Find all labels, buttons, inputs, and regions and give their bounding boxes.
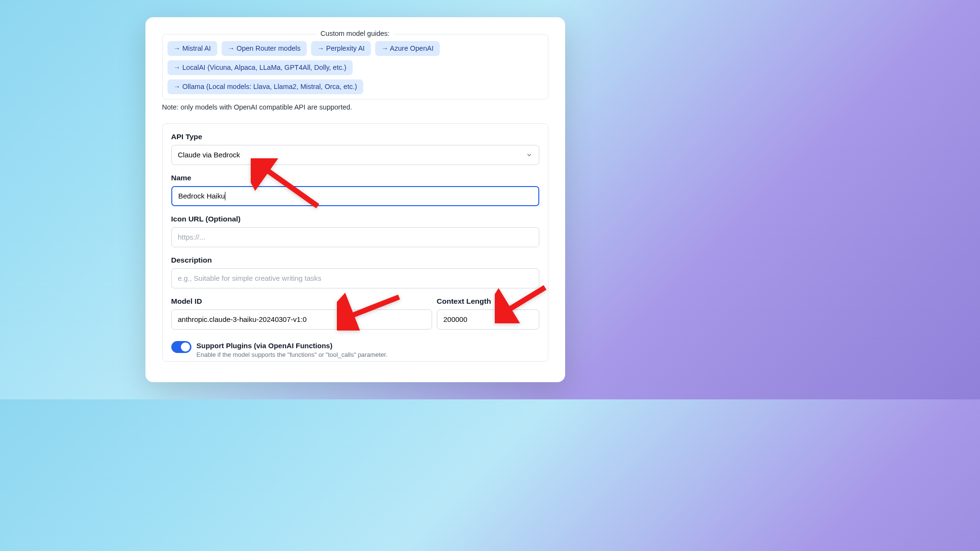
support-plugins-toggle[interactable] [171, 341, 191, 353]
name-input[interactable]: Bedrock Haiku [171, 186, 539, 206]
icon-url-label: Icon URL (Optional) [171, 215, 539, 223]
custom-model-guides-box: Custom model guides: → Mistral AI → Open… [162, 34, 548, 99]
guide-chip-perplexity[interactable]: → Perplexity AI [311, 41, 371, 56]
context-length-label: Context Length [437, 297, 539, 306]
text-caret [225, 192, 225, 200]
compat-note: Note: only models with OpenAI compatible… [162, 103, 548, 111]
guide-chip-openrouter[interactable]: → Open Router models [222, 41, 307, 56]
model-id-label: Model ID [171, 297, 432, 306]
guide-chip-ollama[interactable]: → Ollama (Local models: Llava, Llama2, M… [167, 79, 364, 94]
name-label: Name [171, 174, 539, 182]
chevron-down-icon [526, 152, 533, 158]
description-input[interactable] [171, 268, 539, 288]
api-type-select[interactable]: Claude via Bedrock [171, 145, 539, 165]
name-value: Bedrock Haiku [178, 192, 225, 200]
guide-chip-mistral[interactable]: → Mistral AI [167, 41, 217, 56]
plugins-toggle-title: Support Plugins (via OpenAI Functions) [197, 341, 388, 351]
description-label: Description [171, 256, 539, 264]
api-type-value: Claude via Bedrock [178, 151, 240, 159]
guide-chip-azure-openai[interactable]: → Azure OpenAI [375, 41, 440, 56]
model-id-input[interactable] [171, 309, 432, 330]
icon-url-input[interactable] [171, 227, 539, 247]
plugins-toggle-subtitle: Enable if the model supports the "functi… [197, 351, 388, 358]
guide-chip-localai[interactable]: → LocalAI (Vicuna, Alpaca, LLaMa, GPT4Al… [167, 60, 353, 75]
guide-chips: → Mistral AI → Open Router models → Perp… [167, 41, 543, 94]
settings-window: Custom model guides: → Mistral AI → Open… [145, 17, 565, 382]
guides-title: Custom model guides: [317, 30, 393, 37]
api-type-label: API Type [171, 132, 539, 141]
model-form: API Type Claude via Bedrock Name Bedrock… [162, 123, 548, 362]
context-length-input[interactable] [437, 309, 539, 330]
